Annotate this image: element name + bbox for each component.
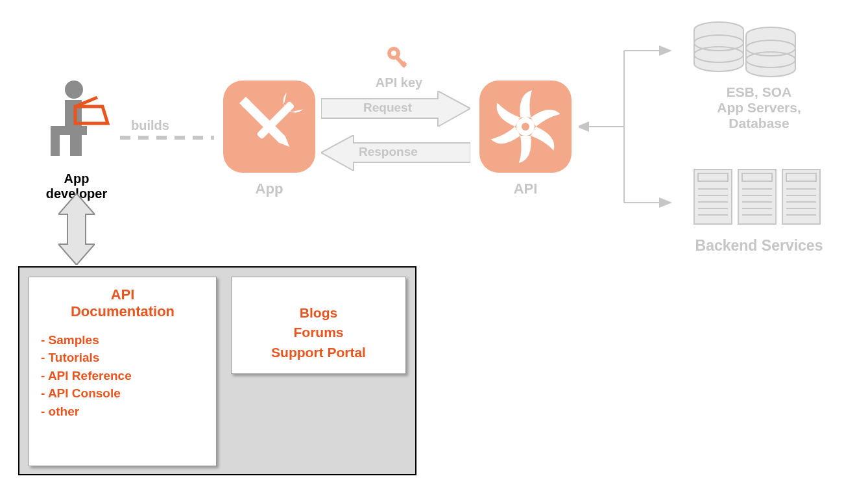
support-items: Blogs Forums Support Portal (243, 303, 394, 362)
backend-services-line3: Database (675, 116, 843, 131)
svg-point-0 (65, 81, 83, 99)
developer-portal-arrow (58, 194, 95, 265)
api-doc-item: - Samples (41, 331, 204, 349)
edge-builds-label: builds (131, 118, 169, 133)
api-doc-card: API Documentation - Samples - Tutorials … (29, 277, 217, 466)
app-label: App (217, 181, 321, 197)
api-doc-title: API Documentation (41, 286, 204, 321)
svg-point-9 (391, 51, 396, 56)
api-doc-items: - Samples - Tutorials - API Reference - … (41, 331, 204, 421)
api-key-label: API key (354, 75, 444, 90)
key-icon (385, 44, 413, 73)
server-icon (688, 166, 830, 231)
api-doc-item: - API Console (41, 384, 204, 403)
svg-rect-30 (698, 173, 728, 181)
api-label: API (474, 181, 577, 197)
support-item: Support Portal (243, 343, 394, 362)
backend-server-group: Backend Services (675, 166, 843, 255)
edge-builds-line (120, 135, 214, 140)
api-doc-item: - Tutorials (41, 349, 204, 367)
portal-container: API Documentation - Samples - Tutorials … (18, 266, 416, 475)
api-doc-item: - other (41, 403, 204, 421)
backend-services-line2: App Servers, (675, 100, 843, 116)
app-icon (221, 78, 318, 175)
api-key-group: API key (354, 44, 444, 90)
support-card: Blogs Forums Support Portal (231, 277, 406, 374)
api-icon (477, 78, 574, 175)
svg-rect-37 (742, 173, 772, 181)
developer-node: App developer (38, 78, 115, 201)
support-item: Blogs (243, 303, 394, 323)
svg-marker-50 (58, 194, 95, 265)
support-item: Forums (243, 323, 394, 342)
app-node: App (217, 78, 321, 197)
api-node: API (474, 78, 577, 197)
api-doc-item: - API Reference (41, 367, 204, 385)
response-label: Response (359, 145, 418, 159)
svg-rect-10 (395, 56, 407, 68)
database-icon (688, 17, 830, 82)
svg-point-16 (522, 123, 529, 131)
backend-db-group: ESB, SOA App Servers, Database (675, 17, 843, 131)
backend-services-line1: ESB, SOA (675, 84, 843, 100)
request-label: Request (363, 101, 412, 115)
developer-icon (38, 78, 115, 169)
api-backend-connector (579, 39, 676, 214)
backend-label: Backend Services (675, 237, 843, 255)
svg-rect-44 (786, 173, 816, 181)
